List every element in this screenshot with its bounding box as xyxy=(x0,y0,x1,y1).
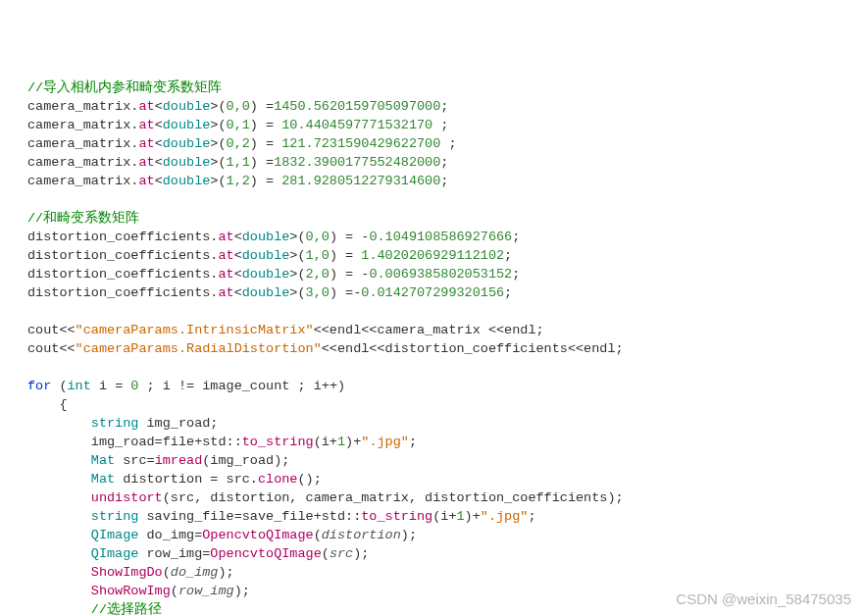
code-block: //导入相机内参和畸变系数矩阵 camera_matrix.at<double>… xyxy=(27,78,863,616)
